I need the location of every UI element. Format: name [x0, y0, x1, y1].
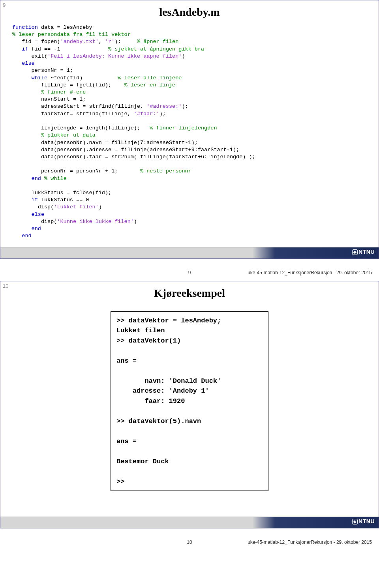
code-text: data(personNr).faar = str2num( filLinje(…	[12, 154, 255, 160]
code-comment: % while	[44, 176, 67, 182]
footer-bar: ◈NTNU	[0, 517, 379, 528]
code-keyword: else	[12, 212, 44, 217]
code-text: lukkStatus = fclose(fid);	[12, 190, 111, 196]
code-text: data(personNr).adresse = filLinje(adress…	[12, 147, 239, 153]
code-comment: % åpner filen	[137, 39, 178, 45]
code-keyword: function	[12, 24, 38, 30]
code-keyword: while	[32, 75, 48, 81]
slide-body: >> dataVektor = lesAndeby; Lukket filen …	[0, 311, 379, 517]
code-text: );	[114, 39, 137, 45]
code-keyword: if	[32, 197, 38, 203]
code-keyword: else	[12, 60, 35, 66]
code-text: ~feof(fid)	[47, 75, 118, 81]
code-text: data = lesAndeby	[38, 24, 92, 30]
footer-bar: ◈NTNU	[0, 247, 379, 258]
code-text: data(personNr).navn = filLinje(7:adresse…	[12, 140, 198, 146]
page-meta: 10 uke-45-matlab-12_FunksjonerRekursjon …	[0, 536, 379, 551]
page-meta: 9 uke-45-matlab-12_FunksjonerRekursjon -…	[0, 267, 379, 281]
code-text: exit(	[12, 53, 47, 59]
code-text: disp(	[12, 219, 57, 225]
slide-number: 9	[3, 2, 6, 8]
code-string: 'Lukket filen'	[54, 204, 98, 210]
code-comment: % plukker ut data	[12, 132, 96, 138]
code-text: adresseStart = strfind(filLinje,	[12, 103, 146, 109]
code-string: 'Feil i lesAndeby: Kunne ikke aapne file…	[47, 53, 182, 59]
ntnu-logo: ◈NTNU	[352, 518, 375, 524]
code-text: navnStart = 1;	[12, 96, 86, 102]
code-keyword: end	[32, 176, 41, 182]
page-number-bottom: 9	[188, 270, 191, 275]
code-text: fid == -1	[28, 46, 109, 52]
code-text: )	[99, 204, 102, 210]
matlab-console-output: >> dataVektor = lesAndeby; Lukket filen …	[111, 311, 268, 491]
code-string: 'r'	[105, 39, 114, 45]
logo-text: NTNU	[358, 249, 375, 255]
code-comment: % leser alle linjene	[118, 75, 182, 81]
code-text	[12, 46, 22, 52]
code-text: filLinje = fgetl(fid);	[12, 82, 124, 88]
page-filename-date: uke-45-matlab-12_FunksjonerRekursjon - 2…	[248, 270, 372, 275]
logo-icon: ◈	[352, 519, 358, 524]
code-block: function data = lesAndeby % leser person…	[0, 22, 379, 247]
code-text: faarStart= strfind(filLinje,	[12, 111, 134, 117]
code-string: '#faar:'	[134, 111, 159, 117]
code-text: );	[182, 103, 188, 109]
logo-icon: ◈	[352, 249, 358, 255]
code-text: personNr = 1;	[12, 67, 73, 73]
page-number-bottom: 10	[187, 539, 192, 545]
code-text: lukkStatus == 0	[38, 197, 89, 203]
slide-title: lesAndeby.m	[0, 0, 379, 22]
code-text: fid = fopen(	[12, 39, 60, 45]
ntnu-logo: ◈NTNU	[352, 249, 375, 255]
code-comment: % finner #-ene	[12, 89, 86, 95]
page-filename-date: uke-45-matlab-12_FunksjonerRekursjon - 2…	[248, 539, 372, 545]
code-comment: % neste personnr	[140, 168, 191, 174]
code-text	[12, 197, 32, 203]
code-keyword: if	[22, 46, 28, 52]
code-keyword: end	[12, 233, 32, 239]
logo-text: NTNU	[358, 518, 375, 524]
code-text	[12, 176, 32, 182]
code-comment: % sjekket at åpningen gikk bra	[108, 46, 204, 52]
code-comment: % leser persondata fra fil til vektor	[12, 32, 131, 37]
slide-1: 9 lesAndeby.m function data = lesAndeby …	[0, 0, 379, 259]
code-text: )	[182, 53, 185, 59]
slide-2: 10 Kjøreeksempel >> dataVektor = lesAnde…	[0, 281, 379, 528]
slide-title: Kjøreeksempel	[0, 281, 379, 303]
code-text: personNr = personNr + 1;	[12, 168, 140, 174]
code-keyword: end	[12, 226, 41, 232]
code-string: '#adresse:'	[146, 103, 182, 109]
code-text: ,	[99, 39, 105, 45]
code-text: linjeLengde = length(filLinje);	[12, 125, 150, 131]
slide-number: 10	[3, 283, 8, 289]
code-text	[41, 176, 44, 182]
code-text	[12, 75, 32, 81]
code-comment: % leser en linje	[124, 82, 176, 88]
code-text: );	[159, 111, 166, 117]
code-comment: % finner linjelengden	[150, 125, 217, 131]
code-text: )	[134, 219, 137, 225]
code-string: 'andeby.txt'	[60, 39, 99, 45]
code-string: 'Kunne ikke lukke filen'	[57, 219, 133, 225]
code-text: disp(	[12, 204, 54, 210]
